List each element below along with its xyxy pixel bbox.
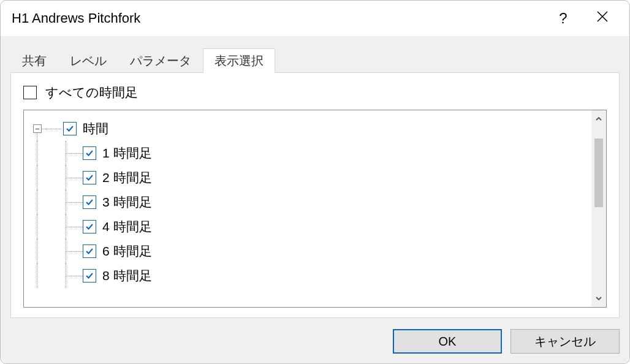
tree-child-checkbox[interactable] [83, 220, 96, 233]
tree-root-row: − 時間 [29, 116, 586, 141]
all-timeframes-label: すべての時間足 [45, 84, 138, 101]
tree-root-checkbox[interactable] [63, 122, 77, 135]
tree-child-checkbox[interactable] [83, 171, 96, 184]
tab-levels[interactable]: レベル [58, 48, 118, 73]
tab-parameters[interactable]: パラメータ [118, 48, 203, 73]
timeframe-tree: − 時間 [23, 110, 607, 308]
titlebar: H1 Andrews Pitchfork ? [1, 1, 629, 36]
tree-child-row: 3 時間足 [29, 190, 586, 214]
tree-child-checkbox[interactable] [83, 245, 96, 258]
dialog-buttons: OK キャンセル [10, 329, 620, 354]
tree-child-row: 8 時間足 [29, 264, 586, 288]
tabstrip: 共有 レベル パラメータ 表示選択 [10, 48, 620, 72]
all-timeframes-checkbox[interactable] [23, 86, 37, 99]
client-area: 共有 レベル パラメータ 表示選択 すべての時間足 − [1, 36, 629, 363]
scroll-down-icon[interactable] [591, 290, 606, 307]
tab-display-select[interactable]: 表示選択 [203, 48, 275, 73]
tree-child-label: 4 時間足 [102, 218, 152, 235]
expander-toggle[interactable]: − [33, 124, 42, 133]
cancel-button[interactable]: キャンセル [510, 329, 620, 354]
close-icon [596, 10, 609, 26]
all-timeframes-row: すべての時間足 [23, 84, 607, 101]
tree-child-row: 1 時間足 [29, 141, 586, 165]
help-icon: ? [559, 10, 567, 27]
dialog-window: H1 Andrews Pitchfork ? 共有 レベル パラメータ 表示選択… [0, 0, 630, 364]
tree-child-row: 2 時間足 [29, 165, 586, 190]
tree-child-row: 6 時間足 [29, 239, 586, 264]
tree-child-label: 3 時間足 [102, 194, 152, 211]
tree-root-label: 時間 [83, 120, 108, 137]
tree-child-checkbox[interactable] [83, 195, 96, 209]
tree-child-checkbox[interactable] [83, 269, 96, 282]
tab-share[interactable]: 共有 [10, 48, 58, 73]
tree-child-checkbox[interactable] [83, 146, 96, 160]
tree-child-row: 4 時間足 [29, 214, 586, 239]
window-title: H1 Andrews Pitchfork [12, 10, 140, 26]
vertical-scrollbar[interactable] [591, 110, 606, 307]
tree-child-label: 2 時間足 [102, 169, 152, 186]
scroll-thumb[interactable] [594, 138, 603, 207]
tree-child-label: 6 時間足 [102, 243, 152, 260]
scroll-up-icon[interactable] [591, 110, 606, 127]
help-button[interactable]: ? [544, 1, 583, 36]
close-button[interactable] [583, 1, 622, 36]
minus-icon: − [35, 125, 40, 133]
tree-child-label: 8 時間足 [102, 267, 152, 284]
tab-body: すべての時間足 − [10, 72, 620, 318]
tree-child-label: 1 時間足 [102, 145, 152, 162]
ok-button[interactable]: OK [393, 329, 502, 354]
